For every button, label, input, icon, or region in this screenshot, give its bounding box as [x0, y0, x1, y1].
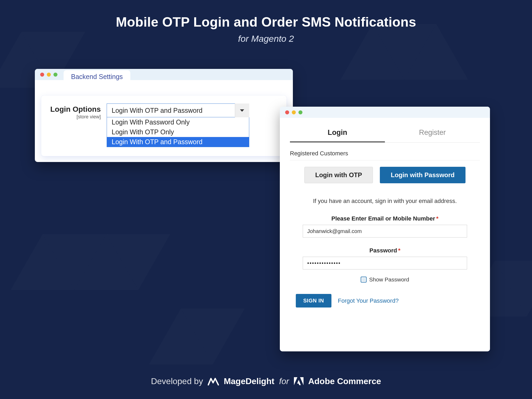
login-options-label: Login Options: [50, 105, 101, 114]
adobe-commerce-brand-text: Adobe Commerce: [308, 376, 381, 386]
minimize-icon[interactable]: [47, 73, 51, 77]
select-current-value[interactable]: Login With OTP and Password: [107, 103, 249, 117]
maximize-icon[interactable]: [298, 110, 302, 114]
email-label-text: Please Enter Email or Mobile Number: [331, 215, 435, 222]
backend-settings-window: Backend Settings Login Options [store vi…: [35, 69, 293, 162]
page-title: Mobile OTP Login and Order SMS Notificat…: [0, 14, 532, 30]
dropdown-option[interactable]: Login With OTP and Password: [107, 137, 249, 147]
for-label: for: [279, 376, 289, 386]
window-titlebar: [280, 107, 490, 118]
form-actions: SIGN IN Forgot Your Password?: [290, 294, 480, 307]
login-with-password-button[interactable]: Login with Password: [380, 167, 466, 183]
field-scope-label: [store view]: [50, 114, 101, 120]
forgot-password-link[interactable]: Forgot Your Password?: [338, 297, 399, 304]
developed-by-label: Developed by: [151, 376, 203, 386]
magedelight-brand-text: MageDelight: [224, 376, 274, 386]
tab-backend-settings[interactable]: Backend Settings: [64, 70, 130, 83]
login-mode-toggle: Login with OTP Login with Password: [290, 167, 480, 183]
password-field[interactable]: ••••••••••••••: [303, 257, 467, 269]
dropdown-option[interactable]: Login With Password Only: [107, 117, 249, 127]
page-subtitle: for Magento 2: [0, 34, 532, 44]
backend-settings-card: Login Options [store view] Login With OT…: [41, 95, 286, 156]
signin-help-text: If you have an account, sign in with you…: [290, 198, 480, 205]
email-label: Please Enter Email or Mobile Number*: [290, 215, 480, 222]
close-icon[interactable]: [285, 110, 289, 114]
section-title: Registered Customers: [290, 150, 480, 160]
show-password-checkbox[interactable]: [361, 277, 367, 282]
required-asterisk-icon: *: [398, 247, 401, 254]
required-asterisk-icon: *: [436, 215, 439, 222]
password-label-text: Password: [369, 247, 397, 254]
email-field[interactable]: [303, 225, 467, 238]
close-icon[interactable]: [40, 73, 44, 77]
login-options-dropdown: Login With Password Only Login With OTP …: [107, 117, 249, 147]
auth-tabs: Login Register: [290, 125, 480, 143]
login-panel: Login Register Registered Customers Logi…: [280, 118, 490, 351]
storefront-login-window: Login Register Registered Customers Logi…: [280, 107, 490, 351]
field-label-column: Login Options [store view]: [50, 103, 101, 148]
show-password-row: Show Password: [290, 276, 480, 283]
select-dropdown-button[interactable]: [235, 103, 249, 117]
show-password-label: Show Password: [369, 276, 409, 283]
magedelight-logo-icon: [208, 377, 219, 385]
login-options-select[interactable]: Login With OTP and Password Login With P…: [107, 103, 249, 148]
maximize-icon[interactable]: [53, 73, 57, 77]
tab-register[interactable]: Register: [385, 125, 480, 142]
dropdown-option[interactable]: Login With OTP Only: [107, 127, 249, 137]
chevron-down-icon: [240, 109, 244, 112]
minimize-icon[interactable]: [292, 110, 296, 114]
sign-in-button[interactable]: SIGN IN: [296, 294, 331, 307]
tab-login[interactable]: Login: [290, 125, 385, 142]
login-with-otp-button[interactable]: Login with OTP: [304, 167, 373, 183]
footer-credit: Developed by MageDelight for Adobe Comme…: [0, 376, 532, 386]
adobe-logo-icon: [294, 377, 304, 386]
password-label: Password*: [290, 247, 480, 254]
